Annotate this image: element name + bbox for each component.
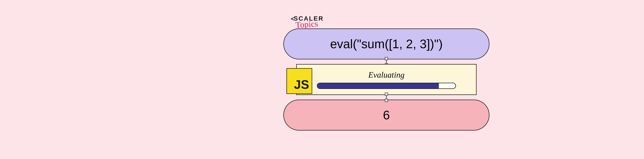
scaler-topics-logo: < SCALER Topics [294,16,324,28]
js-badge-icon: JS [286,68,312,94]
input-expression-pill: eval("sum([1, 2, 3])") [283,28,490,60]
evaluator-box: JS Evaluating [296,64,476,95]
logo-subtitle: Topics [295,19,318,30]
input-expression-text: eval("sum([1, 2, 3])") [330,37,443,51]
progress-bar [317,83,456,89]
js-badge-text: JS [294,78,309,92]
connector-bottom [386,95,387,100]
evaluator-status-label: Evaluating [368,70,404,80]
eval-diagram: eval("sum([1, 2, 3])") JS Evaluating 6 [283,28,490,130]
output-value-pill: 6 [283,100,490,130]
progress-fill [317,83,439,88]
output-value-text: 6 [383,108,390,122]
connector-top [386,60,387,64]
angle-bracket-icon: < [291,16,295,22]
